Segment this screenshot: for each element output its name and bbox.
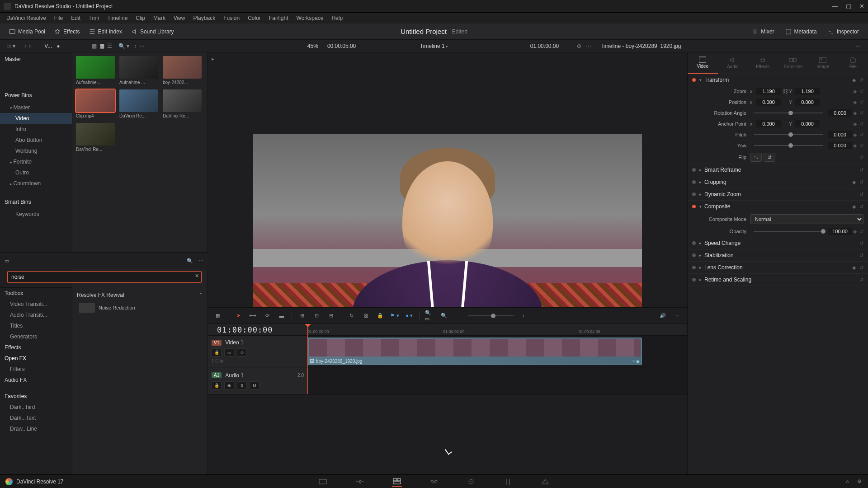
detail-zoom-icon[interactable]: 🔍 — [439, 311, 448, 320]
track-header-a1[interactable]: A1Audio 12.0 🔒◉SM — [208, 367, 307, 394]
rotation-value[interactable]: 0.000 — [828, 109, 852, 117]
zoom-slider[interactable] — [468, 315, 514, 316]
fx-audiofx[interactable]: Audio FX — [0, 375, 72, 385]
yaw-value[interactable]: 0.000 — [828, 142, 852, 149]
dynamic-zoom-header[interactable]: ▸Dynamic Zoom↺ — [688, 188, 868, 200]
page-edit-icon[interactable] — [392, 477, 402, 487]
tl-options-icon[interactable]: ≡ — [673, 311, 682, 320]
track-mute-icon[interactable]: M — [250, 381, 259, 389]
inspector-tab-file[interactable]: File — [838, 52, 868, 74]
nav-fwd-icon[interactable]: › — [29, 43, 31, 49]
media-thumb[interactable]: DaVinci Re... — [119, 89, 158, 118]
media-thumb[interactable]: DaVinci Re... — [76, 123, 115, 152]
zoom-out-icon[interactable]: − — [454, 311, 463, 320]
track-solo-icon[interactable]: S — [237, 381, 247, 389]
smart-reframe-header[interactable]: ▸Smart Reframe↺ — [688, 164, 868, 176]
opacity-slider[interactable] — [754, 231, 823, 232]
sort-icon[interactable]: ↕ — [134, 43, 137, 49]
page-color-icon[interactable] — [466, 477, 476, 487]
media-thumb[interactable]: Aufnahme ... — [119, 56, 158, 85]
reset-icon[interactable]: ↺ — [859, 77, 863, 83]
bin-countdown[interactable]: Countdown — [0, 178, 72, 189]
settings-icon[interactable]: ⚙ — [857, 479, 862, 484]
inspector-button[interactable]: Inspector — [823, 27, 863, 37]
lock-icon[interactable]: 🔒 — [376, 311, 385, 320]
menu-fusion[interactable]: Fusion — [220, 14, 243, 23]
inspector-tab-audio[interactable]: Audio — [718, 52, 748, 74]
kf-icon[interactable]: ◆ — [852, 77, 856, 83]
page-media-icon[interactable] — [318, 477, 328, 487]
track-tag[interactable]: V1 — [212, 340, 222, 346]
minimize-icon[interactable]: — — [832, 3, 838, 9]
menu-edit[interactable]: Edit — [67, 14, 84, 23]
bin-view-icon[interactable]: ▭ ▾ — [6, 43, 15, 49]
insert-icon[interactable]: ⊞ — [297, 311, 307, 320]
anchor-x[interactable]: 0.000 — [756, 120, 781, 127]
maximize-icon[interactable]: ▢ — [846, 3, 851, 9]
tl-view-icon[interactable]: ▦ — [213, 311, 222, 320]
pitch-slider[interactable] — [754, 134, 823, 135]
yaw-slider[interactable] — [754, 145, 823, 146]
page-deliver-icon[interactable] — [540, 477, 550, 487]
clip-fx-icon[interactable]: ~ ◆ — [632, 359, 640, 364]
zoom-y[interactable]: 1.190 — [795, 88, 820, 95]
menu-playback[interactable]: Playback — [189, 14, 219, 23]
menu-workspace[interactable]: Workspace — [293, 14, 327, 23]
composite-mode-select[interactable]: Normal — [750, 214, 863, 224]
bypass-icon[interactable]: ⊘ — [577, 43, 581, 49]
playhead[interactable] — [307, 324, 308, 336]
fx-search-input[interactable] — [7, 271, 202, 283]
zoom-x[interactable]: 1.190 — [756, 88, 781, 95]
track-auto-icon[interactable]: ▭ — [224, 348, 234, 357]
flag-icon[interactable]: ⚑ ▾ — [390, 311, 399, 320]
overwrite-icon[interactable]: ⊡ — [312, 311, 321, 320]
thumb-view-icon[interactable]: ▦ — [99, 43, 104, 49]
blade-tool-icon[interactable]: ▬ — [277, 311, 286, 320]
fx-toolbox[interactable]: Toolbox — [0, 288, 72, 299]
fx-openfx[interactable]: Open FX — [0, 353, 72, 364]
menu-fairlight[interactable]: Fairlight — [265, 14, 292, 23]
media-thumb[interactable]: boy-24202... — [163, 56, 202, 85]
inspector-tab-transition[interactable]: Transition — [778, 52, 808, 74]
media-thumb-selected[interactable]: Clip.mp4 — [76, 89, 115, 118]
media-thumb[interactable]: DaVinci Re... — [163, 89, 202, 118]
edit-index-button[interactable]: Edit Index — [85, 27, 127, 37]
cropping-header[interactable]: ▸Cropping◆↺ — [688, 176, 868, 188]
bin-fortnite[interactable]: Fortnite — [0, 156, 72, 167]
bin-master[interactable]: Master — [0, 102, 72, 113]
menu-timeline[interactable]: Timeline — [104, 14, 131, 23]
track-header-v1[interactable]: V1Video 1 🔒▭◇ 1 Clip — [208, 336, 307, 367]
marker-tool-icon[interactable]: ● ▾ — [405, 311, 414, 320]
bin-werbung[interactable]: Werbung — [0, 145, 72, 156]
track-lock-icon[interactable]: 🔒 — [212, 348, 222, 357]
menu-resolve[interactable]: DaVinci Resolve — [3, 14, 50, 23]
fx-fav1[interactable]: Dark...hird — [0, 402, 72, 413]
bin-intro[interactable]: Intro — [0, 124, 72, 135]
menu-view[interactable]: View — [170, 14, 189, 23]
record-icon[interactable]: ● — [57, 43, 60, 49]
bin-abo[interactable]: Abo Button — [0, 135, 72, 145]
fx-audio-transitions[interactable]: Audio Transiti... — [0, 310, 72, 320]
fx-generators[interactable]: Generators — [0, 331, 72, 342]
link-icon[interactable]: ⛓ — [782, 89, 789, 94]
zoom-in-icon[interactable]: + — [519, 311, 528, 320]
list-view-icon[interactable]: ☰ — [107, 43, 112, 49]
fx-more-icon[interactable]: ⋯ — [198, 258, 203, 264]
fx-fav3[interactable]: Draw...Line — [0, 423, 72, 434]
sound-library-button[interactable]: Sound Library — [127, 27, 179, 37]
inspector-tab-image[interactable]: Image — [808, 52, 838, 74]
link-icon[interactable]: ⛓ — [361, 311, 370, 320]
metadata-button[interactable]: Metadata — [781, 27, 821, 37]
stabilization-header[interactable]: ▸Stabilization↺ — [688, 249, 868, 261]
composite-header[interactable]: ▾Composite◆↺ — [688, 201, 868, 212]
search-icon[interactable]: 🔍 ▾ — [118, 43, 129, 49]
inspector-tab-video[interactable]: Video — [688, 52, 718, 74]
flip-h-button[interactable]: ⇋ — [750, 153, 762, 162]
viewer-zoom[interactable]: 45% — [307, 43, 318, 49]
fx-group-title[interactable]: Resolve FX Revival⌃ — [77, 290, 203, 300]
effects-button[interactable]: Effects — [50, 27, 84, 37]
selection-tool-icon[interactable]: ➤ — [234, 311, 243, 320]
inspector-tab-effects[interactable]: Effects — [748, 52, 778, 74]
menu-file[interactable]: File — [51, 14, 66, 23]
rotation-slider[interactable] — [754, 113, 823, 113]
